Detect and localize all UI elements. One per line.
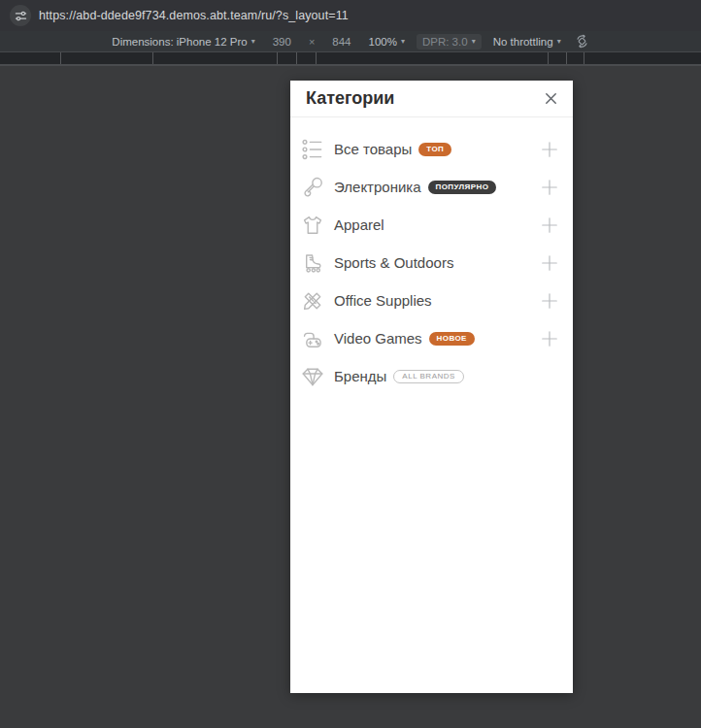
devtools-device-toolbar: Dimensions: iPhone 12 Pro ▾ 390 × 844 10… xyxy=(0,31,701,52)
microphone-icon xyxy=(300,175,325,200)
viewport-height-input[interactable]: 844 xyxy=(326,35,356,49)
new-badge: НОВОЕ xyxy=(429,332,475,346)
dimensions-times-symbol: × xyxy=(309,36,315,48)
divider xyxy=(316,52,317,64)
categories-modal: Категории Все товары ТОП xyxy=(290,81,573,693)
plus-icon xyxy=(540,291,559,311)
divider xyxy=(152,52,153,64)
chevron-down-icon: ▾ xyxy=(557,38,561,46)
zoom-select[interactable]: 100% ▾ xyxy=(369,36,405,48)
browser-address-bar[interactable]: https://abd-ddede9f734.demos.abt.team/ru… xyxy=(0,0,701,31)
pencil-ruler-icon xyxy=(300,288,325,314)
dpr-select[interactable]: DPR: 3.0 ▾ xyxy=(417,34,482,50)
category-item-brands[interactable]: Бренды ALL BRANDS xyxy=(290,357,573,395)
expand-button[interactable] xyxy=(534,251,565,275)
zoom-select-value: 100% xyxy=(369,36,397,48)
site-settings-button[interactable] xyxy=(10,5,31,26)
dimmed-page-header-strip xyxy=(0,52,701,66)
category-item-sports-outdoors[interactable]: Sports & Outdoors xyxy=(290,244,573,281)
chevron-down-icon: ▾ xyxy=(472,38,476,46)
divider xyxy=(584,52,584,64)
divider xyxy=(277,52,278,64)
category-item-all-products[interactable]: Все товары ТОП xyxy=(290,130,573,168)
gamepad-icon xyxy=(300,326,325,351)
category-label: Все товары xyxy=(334,141,412,157)
expand-button[interactable] xyxy=(534,138,565,161)
plus-icon xyxy=(540,329,559,348)
category-label: Apparel xyxy=(334,216,384,233)
plus-icon xyxy=(540,178,559,197)
divider xyxy=(566,52,567,64)
all-brands-badge: ALL BRANDS xyxy=(393,370,464,383)
divider xyxy=(60,52,61,64)
throttling-select[interactable]: No throttling ▾ xyxy=(493,36,561,48)
chevron-down-icon: ▾ xyxy=(401,38,405,46)
rotate-device-icon xyxy=(575,34,589,49)
expand-button[interactable] xyxy=(534,214,565,237)
dpr-select-value: DPR: 3.0 xyxy=(422,36,468,48)
close-icon xyxy=(543,90,559,107)
divider xyxy=(296,52,297,64)
category-label: Электроника xyxy=(334,179,421,195)
chevron-down-icon: ▾ xyxy=(251,38,255,46)
rotate-viewport-button[interactable] xyxy=(575,34,589,49)
tshirt-icon xyxy=(300,213,325,238)
gem-icon xyxy=(300,364,325,389)
throttling-select-value: No throttling xyxy=(493,36,553,48)
plus-icon xyxy=(540,215,559,235)
top-badge: ТОП xyxy=(418,143,451,156)
close-button[interactable] xyxy=(539,86,563,111)
category-label: Бренды xyxy=(334,368,386,384)
category-item-video-games[interactable]: Video Games НОВОЕ xyxy=(290,319,573,357)
plus-icon xyxy=(540,140,559,159)
url-text[interactable]: https://abd-ddede9f734.demos.abt.team/ru… xyxy=(39,9,349,22)
viewport-width-input[interactable]: 390 xyxy=(267,35,297,49)
divider xyxy=(548,52,549,64)
category-label: Video Games xyxy=(334,330,422,347)
expand-button[interactable] xyxy=(534,327,565,350)
category-label: Sports & Outdoors xyxy=(334,254,453,271)
category-list: Все товары ТОП Электроника ПОПУЛЯРНО xyxy=(290,117,573,395)
modal-title: Категории xyxy=(306,88,539,109)
device-select[interactable]: Dimensions: iPhone 12 Pro ▾ xyxy=(112,36,254,48)
category-label: Office Supplies xyxy=(334,292,432,309)
expand-button[interactable] xyxy=(534,289,565,313)
expand-button[interactable] xyxy=(534,176,565,199)
category-item-electronics[interactable]: Электроника ПОПУЛЯРНО xyxy=(290,168,573,206)
plus-icon xyxy=(540,253,559,273)
category-item-office-supplies[interactable]: Office Supplies xyxy=(290,281,573,319)
list-icon xyxy=(300,137,325,162)
popular-badge: ПОПУЛЯРНО xyxy=(428,181,497,194)
modal-header: Категории xyxy=(290,81,573,117)
device-select-label: Dimensions: iPhone 12 Pro xyxy=(112,36,247,48)
roller-skate-icon xyxy=(300,250,325,276)
category-item-apparel[interactable]: Apparel xyxy=(290,206,573,244)
tune-icon xyxy=(15,10,27,22)
